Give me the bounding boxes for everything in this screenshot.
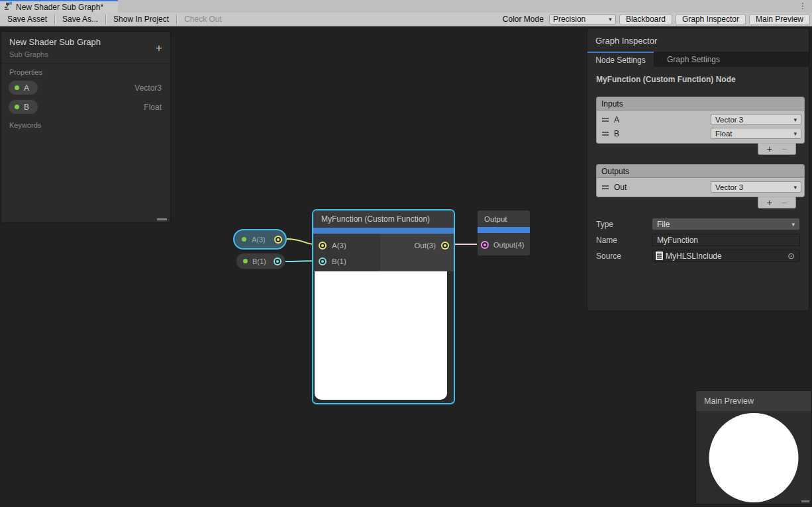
property-node-a[interactable]: A(3) <box>233 229 287 250</box>
input-a-name: A <box>614 115 619 124</box>
source-object-field[interactable]: MyHLSLInclude ⊙ <box>652 250 800 262</box>
output-node-body: Output(4) <box>478 233 530 256</box>
blackboard-toggle-button[interactable]: Blackboard <box>619 14 672 25</box>
keywords-section-label: Keywords <box>1 116 170 131</box>
inspector-content: MyFunction (Custom Function) Node Inputs… <box>587 67 809 262</box>
output-out-type-dropdown[interactable]: Vector 3 ▾ <box>711 181 801 193</box>
main-preview-body[interactable] <box>696 411 811 504</box>
inputs-list-header: Inputs <box>597 97 804 111</box>
property-pill-b[interactable]: B <box>8 99 38 115</box>
save-asset-button[interactable]: Save Asset <box>0 13 54 26</box>
port-output-4[interactable] <box>481 241 489 249</box>
outputs-list-header: Outputs <box>597 165 804 178</box>
document-tab[interactable]: New Shader Sub Graph* <box>0 0 118 13</box>
property-pill-a[interactable]: A <box>8 80 38 95</box>
tab-node-settings[interactable]: Node Settings <box>587 52 654 67</box>
name-value: MyFunction <box>657 236 698 245</box>
output-port-label: Output(4) <box>493 241 524 249</box>
port-out[interactable] <box>441 242 449 250</box>
graph-inspector-toggle-button[interactable]: Graph Inspector <box>676 14 746 25</box>
chevron-down-icon: ▾ <box>609 16 612 23</box>
inputs-list-footer: + − <box>758 143 796 155</box>
tab-graph-settings[interactable]: Graph Settings <box>654 52 733 67</box>
main-preview-toggle-button[interactable]: Main Preview <box>749 14 810 25</box>
property-node-b-label: B(1) <box>252 257 269 265</box>
add-input-button[interactable]: + <box>767 144 772 154</box>
blackboard-property-row-b[interactable]: B Float <box>1 97 170 116</box>
input-b-label: B(1) <box>332 257 346 265</box>
node-preview-image <box>315 271 447 400</box>
type-dropdown[interactable]: File ▾ <box>652 218 800 230</box>
port-input-b[interactable] <box>319 257 327 265</box>
source-field-row: Source MyHLSLInclude ⊙ <box>596 250 805 262</box>
port-a-output[interactable] <box>274 236 282 244</box>
properties-section-label: Properties <box>1 64 170 78</box>
output-node-title[interactable]: Output <box>478 210 530 227</box>
output-out-type-value: Vector 3 <box>715 183 743 191</box>
custom-function-node[interactable]: MyFunction (Custom Function) A(3) B(1) O… <box>312 209 455 404</box>
output-node[interactable]: Output Output(4) <box>477 210 531 256</box>
port-input-a[interactable] <box>319 242 327 250</box>
color-mode-dropdown[interactable]: Precision ▾ <box>549 14 616 24</box>
input-port-row-b: B(1) <box>313 254 380 269</box>
window-menu-icon[interactable]: ⋮ <box>799 1 807 12</box>
property-b-type: Float <box>144 103 162 112</box>
type-label: Type <box>596 220 652 229</box>
outputs-row-out[interactable]: Out Vector 3 ▾ <box>599 180 801 194</box>
add-output-button[interactable]: + <box>767 198 772 207</box>
blackboard-header[interactable]: New Shader Sub Graph Sub Graphs + <box>1 32 170 64</box>
output-out-name: Out <box>614 183 627 192</box>
remove-input-button[interactable]: − <box>782 144 787 154</box>
blackboard-property-row-a[interactable]: A Vector3 <box>1 78 170 97</box>
port-b-output[interactable] <box>274 257 281 265</box>
name-input[interactable]: MyFunction <box>652 234 800 246</box>
drag-handle-icon[interactable] <box>602 185 609 189</box>
input-b-type-value: Float <box>715 130 733 138</box>
node-accent-bar <box>313 228 454 234</box>
drag-handle-icon[interactable] <box>602 118 609 122</box>
chevron-down-icon: ▾ <box>793 116 797 123</box>
input-b-type-dropdown[interactable]: Float ▾ <box>711 128 801 139</box>
type-value: File <box>657 220 670 229</box>
check-out-button: Check Out <box>177 13 229 26</box>
graph-inspector-panel: Graph Inspector Node Settings Graph Sett… <box>587 28 809 311</box>
property-node-a-label: A(3) <box>252 236 269 244</box>
property-dot-icon <box>15 105 19 109</box>
chevron-down-icon: ▾ <box>793 130 797 137</box>
color-mode-value: Precision <box>553 15 585 24</box>
node-accent-bar <box>478 227 530 233</box>
main-preview-resize-handle[interactable] <box>801 500 809 502</box>
object-picker-icon[interactable]: ⊙ <box>787 251 796 261</box>
document-tab-strip: New Shader Sub Graph* ⋮ <box>0 0 812 13</box>
main-preview-header[interactable]: Main Preview <box>696 391 811 411</box>
output-port-row: Out(3) <box>380 238 454 254</box>
blackboard-resize-handle[interactable] <box>157 218 167 220</box>
inputs-list-rows: A Vector 3 ▾ B Float ▾ <box>597 111 804 143</box>
property-node-b[interactable]: B(1) <box>236 253 285 269</box>
drag-handle-icon[interactable] <box>602 132 609 136</box>
input-a-type-dropdown[interactable]: Vector 3 ▾ <box>711 114 801 125</box>
remove-output-button[interactable]: − <box>782 198 787 207</box>
blackboard-subtitle: Sub Graphs <box>9 50 162 58</box>
property-a-type: Vector3 <box>134 83 162 93</box>
color-mode-label: Color Mode <box>503 15 546 24</box>
toolbar-right-group: Color Mode Precision ▾ Blackboard Graph … <box>503 14 812 25</box>
preview-sphere <box>709 413 799 502</box>
outputs-list: Outputs Out Vector 3 ▾ + − <box>596 164 805 197</box>
main-preview-panel: Main Preview <box>695 391 812 504</box>
save-as-button[interactable]: Save As... <box>55 13 105 26</box>
add-property-button[interactable]: + <box>156 42 162 54</box>
out-label: Out(3) <box>414 242 436 250</box>
document-tab-title: New Shader Sub Graph* <box>16 3 103 12</box>
custom-function-node-title[interactable]: MyFunction (Custom Function) <box>313 210 454 228</box>
graph-inspector-title[interactable]: Graph Inspector <box>587 28 809 52</box>
inputs-row-b[interactable]: B Float ▾ <box>599 126 801 140</box>
name-field-row: Name MyFunction <box>596 234 805 246</box>
shader-graph-window: New Shader Sub Graph* ⋮ Save Asset Save … <box>0 0 812 507</box>
input-a-type-value: Vector 3 <box>715 116 743 124</box>
show-in-project-button[interactable]: Show In Project <box>106 13 176 26</box>
outputs-column: Out(3) <box>380 234 454 271</box>
subgraph-asset-icon <box>4 1 13 13</box>
inputs-row-a[interactable]: A Vector 3 ▾ <box>599 113 801 126</box>
inputs-list: Inputs A Vector 3 ▾ B Float <box>596 97 805 144</box>
